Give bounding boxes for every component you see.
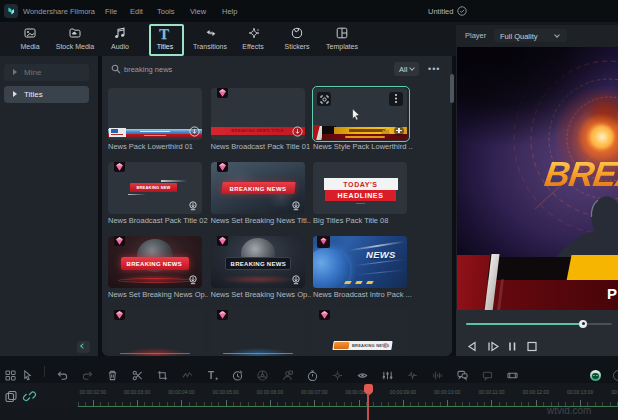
svg-text:T: T	[207, 370, 214, 381]
